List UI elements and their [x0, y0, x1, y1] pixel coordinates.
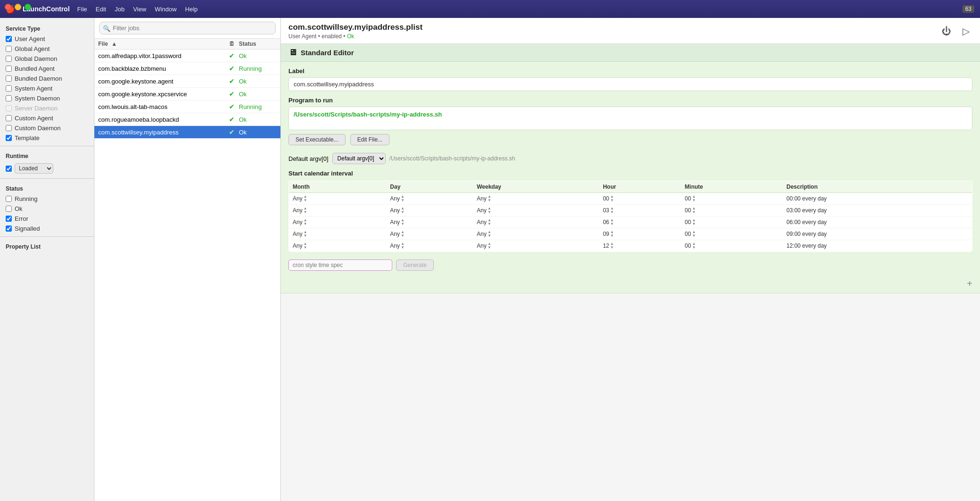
sidebar-item-user-agent[interactable]: User Agent	[0, 34, 94, 44]
add-button[interactable]: +	[967, 278, 972, 289]
stepper-arrows[interactable]: ▲▼	[304, 242, 307, 250]
calendar-row[interactable]: Any▲▼Any▲▼Any▲▼09▲▼00▲▼09:00 every day	[289, 228, 972, 240]
menu-window[interactable]: Window	[155, 6, 177, 13]
menu-view[interactable]: View	[133, 6, 146, 13]
cal-cell-weekday[interactable]: Any▲▼	[473, 228, 599, 240]
stepper-arrows[interactable]: ▲▼	[610, 230, 614, 238]
sidebar-item-server-daemon[interactable]: Server Daemon	[0, 103, 94, 113]
cal-cell-minute[interactable]: 00▲▼	[681, 228, 783, 240]
stepper-arrows[interactable]: ▲▼	[692, 195, 696, 202]
stepper-arrows[interactable]: ▲▼	[401, 195, 405, 202]
calendar-row[interactable]: Any▲▼Any▲▼Any▲▼03▲▼00▲▼03:00 every day	[289, 205, 972, 217]
sidebar-item-system-daemon[interactable]: System Daemon	[0, 93, 94, 103]
cal-cell-month[interactable]: Any▲▼	[289, 228, 387, 240]
file-row[interactable]: com.rogueamoeba.loopbackd ✔ Ok	[94, 113, 280, 126]
ok-checkbox[interactable]	[6, 206, 12, 212]
calendar-row[interactable]: Any▲▼Any▲▼Any▲▼00▲▼00▲▼00:00 every day	[289, 193, 972, 205]
global-agent-checkbox[interactable]	[6, 46, 12, 52]
stepper-arrows[interactable]: ▲▼	[488, 242, 491, 250]
cal-cell-weekday[interactable]: Any▲▼	[473, 217, 599, 228]
cron-input[interactable]	[288, 259, 392, 271]
stepper-arrows[interactable]: ▲▼	[610, 207, 614, 214]
stepper-arrows[interactable]: ▲▼	[488, 207, 491, 214]
cal-cell-hour[interactable]: 03▲▼	[599, 205, 681, 217]
stepper-arrows[interactable]: ▲▼	[304, 207, 307, 214]
file-row[interactable]: com.google.keystone.xpcservice ✔ Ok	[94, 88, 280, 100]
file-row-selected[interactable]: com.scottwillsey.myipaddress ✔ Ok	[94, 126, 280, 139]
stepper-arrows[interactable]: ▲▼	[692, 242, 696, 250]
cal-cell-day[interactable]: Any▲▼	[386, 240, 473, 252]
menu-file[interactable]: File	[77, 6, 87, 13]
stepper-arrows[interactable]: ▲▼	[304, 218, 307, 226]
cal-cell-day[interactable]: Any▲▼	[386, 205, 473, 217]
cal-cell-weekday[interactable]: Any▲▼	[473, 193, 599, 205]
stepper-arrows[interactable]: ▲▼	[692, 207, 696, 214]
cal-cell-minute[interactable]: 00▲▼	[681, 193, 783, 205]
global-daemon-checkbox[interactable]	[6, 56, 12, 62]
cal-cell-day[interactable]: Any▲▼	[386, 228, 473, 240]
menu-job[interactable]: Job	[115, 6, 125, 13]
system-agent-checkbox[interactable]	[6, 85, 12, 92]
cal-cell-hour[interactable]: 06▲▼	[599, 217, 681, 228]
menu-help[interactable]: Help	[185, 6, 198, 13]
stepper-arrows[interactable]: ▲▼	[610, 195, 614, 202]
user-agent-checkbox[interactable]	[6, 36, 12, 42]
sidebar-item-global-agent[interactable]: Global Agent	[0, 44, 94, 54]
bundled-daemon-checkbox[interactable]	[6, 75, 12, 82]
cal-cell-weekday[interactable]: Any▲▼	[473, 205, 599, 217]
stepper-arrows[interactable]: ▲▼	[488, 218, 491, 226]
stepper-arrows[interactable]: ▲▼	[692, 230, 696, 238]
sidebar-item-global-daemon[interactable]: Global Daemon	[0, 54, 94, 64]
stepper-arrows[interactable]: ▲▼	[401, 230, 405, 238]
run-button[interactable]: ▷	[960, 25, 972, 38]
cal-cell-month[interactable]: Any▲▼	[289, 217, 387, 228]
stepper-arrows[interactable]: ▲▼	[304, 230, 307, 238]
minimize-button[interactable]	[15, 4, 21, 10]
sidebar-item-bundled-agent[interactable]: Bundled Agent	[0, 64, 94, 74]
stepper-arrows[interactable]: ▲▼	[401, 218, 405, 226]
bundled-agent-checkbox[interactable]	[6, 66, 12, 72]
template-checkbox[interactable]	[6, 135, 12, 141]
calendar-row[interactable]: Any▲▼Any▲▼Any▲▼12▲▼00▲▼12:00 every day	[289, 240, 972, 252]
file-row[interactable]: com.backblaze.bzbmenu ✔ Running	[94, 62, 280, 75]
stepper-arrows[interactable]: ▲▼	[692, 218, 696, 226]
cal-cell-hour[interactable]: 09▲▼	[599, 228, 681, 240]
stepper-arrows[interactable]: ▲▼	[488, 195, 491, 202]
system-daemon-checkbox[interactable]	[6, 95, 12, 101]
sidebar-item-signalled[interactable]: Signalled	[0, 224, 94, 234]
cal-cell-weekday[interactable]: Any▲▼	[473, 240, 599, 252]
cal-cell-minute[interactable]: 00▲▼	[681, 205, 783, 217]
sidebar-item-bundled-daemon[interactable]: Bundled Daemon	[0, 74, 94, 84]
running-checkbox[interactable]	[6, 196, 12, 202]
stepper-arrows[interactable]: ▲▼	[401, 207, 405, 214]
server-daemon-checkbox[interactable]	[6, 105, 12, 111]
edit-file-button[interactable]: Edit File...	[350, 134, 389, 145]
signalled-checkbox[interactable]	[6, 225, 12, 232]
stepper-arrows[interactable]: ▲▼	[610, 242, 614, 250]
sidebar-item-template[interactable]: Template	[0, 133, 94, 143]
sidebar-item-error[interactable]: Error	[0, 214, 94, 224]
maximize-button[interactable]	[25, 4, 31, 10]
cal-cell-hour[interactable]: 12▲▼	[599, 240, 681, 252]
power-button[interactable]: ⏻	[939, 25, 954, 38]
cal-cell-minute[interactable]: 00▲▼	[681, 240, 783, 252]
custom-agent-checkbox[interactable]	[6, 115, 12, 121]
sidebar-item-running[interactable]: Running	[0, 194, 94, 204]
error-checkbox[interactable]	[6, 216, 12, 222]
custom-daemon-checkbox[interactable]	[6, 125, 12, 131]
calendar-row[interactable]: Any▲▼Any▲▼Any▲▼06▲▼00▲▼06:00 every day	[289, 217, 972, 228]
stepper-arrows[interactable]: ▲▼	[304, 195, 307, 202]
set-executable-button[interactable]: Set Executable...	[288, 134, 346, 145]
sidebar-item-custom-agent[interactable]: Custom Agent	[0, 113, 94, 123]
search-input[interactable]	[99, 22, 276, 34]
sidebar-item-custom-daemon[interactable]: Custom Daemon	[0, 123, 94, 133]
cal-cell-month[interactable]: Any▲▼	[289, 240, 387, 252]
sidebar-item-system-agent[interactable]: System Agent	[0, 84, 94, 93]
menu-edit[interactable]: Edit	[96, 6, 106, 13]
sidebar-item-ok[interactable]: Ok	[0, 204, 94, 214]
loaded-checkbox[interactable]	[6, 166, 12, 172]
argv-select[interactable]: Default argv[0]	[332, 153, 386, 164]
file-row[interactable]: com.lwouis.alt-tab-macos ✔ Running	[94, 100, 280, 113]
stepper-arrows[interactable]: ▲▼	[488, 230, 491, 238]
loaded-select[interactable]: Loaded All Unloaded	[15, 163, 53, 174]
